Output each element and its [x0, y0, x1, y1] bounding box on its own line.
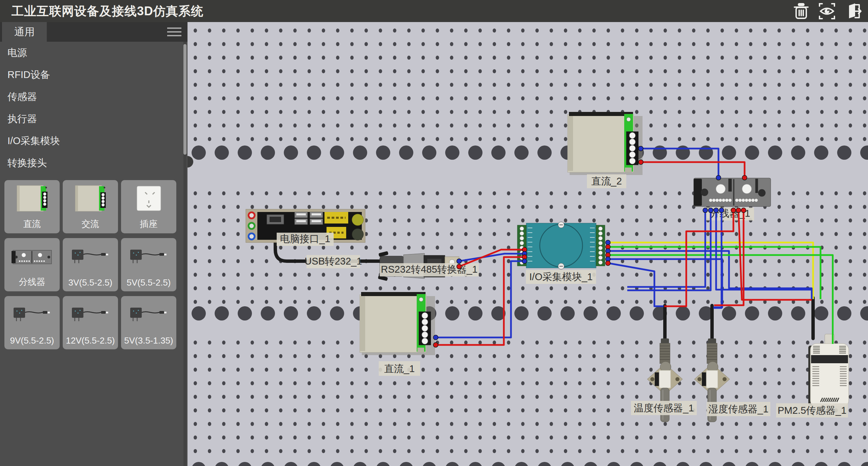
sidebar-scrollbar-thumb[interactable] — [183, 44, 186, 155]
device-dc2[interactable] — [568, 112, 643, 175]
device-splitter1[interactable] — [694, 178, 771, 207]
svg-text:直流_1: 直流_1 — [384, 363, 415, 374]
sidebar-item-2[interactable]: 传感器 — [0, 86, 183, 108]
palette-item-label: 9V(5.5-2.5) — [4, 335, 60, 346]
wiring-canvas[interactable]: 直流_2 直流_1 分线器_1 电脑接口_1 RS232转485转换器_1 US… — [188, 22, 868, 466]
sidebar-item-5[interactable]: 转换接头 — [0, 152, 183, 174]
exit-icon[interactable] — [844, 2, 862, 20]
palette-item-adapter-6[interactable]: 9V(5.5-2.5) — [4, 296, 60, 349]
svg-text:PM2.5传感器_1: PM2.5传感器_1 — [777, 405, 846, 416]
device-label: 直流_2 — [587, 174, 626, 188]
device-pm1[interactable] — [808, 334, 849, 407]
palette-item-adapter-5[interactable]: 5V(5.5-2.5) — [121, 238, 176, 291]
app-window: 工业互联网设备及接线3D仿真系统 — [0, 0, 868, 466]
device-label: 电脑接口_1 — [277, 233, 334, 246]
palette-item-label: 5V(3.5-1.35) — [121, 335, 176, 346]
tab-general[interactable]: 通用 — [2, 22, 47, 42]
palette-item-ac-1[interactable]: 交流 — [63, 180, 118, 233]
category-menu: 电源RFID设备传感器执行器I/O采集模块转换接头 — [0, 42, 183, 174]
title-bar-actions — [792, 2, 862, 20]
sidebar-item-4[interactable]: I/O采集模块 — [0, 130, 183, 152]
palette-item-splitter-3[interactable]: 分线器 — [4, 238, 60, 291]
palette-item-label: 插座 — [121, 218, 176, 230]
view-icon[interactable] — [818, 2, 836, 20]
svg-text:温度传感器_1: 温度传感器_1 — [634, 403, 694, 413]
menu-icon[interactable] — [167, 27, 181, 36]
palette-item-label: 交流 — [63, 218, 118, 230]
app-title: 工业互联网设备及接线3D仿真系统 — [12, 0, 203, 22]
sidebar-tab-bar: 通用 — [0, 22, 188, 42]
sidebar-item-0[interactable]: 电源 — [0, 42, 183, 64]
palette-item-adapter-4[interactable]: 3V(5.5-2.5) — [63, 238, 118, 291]
sidebar: 通用 电源RFID设备传感器执行器I/O采集模块转换接头 直流 交流 插座 — [0, 22, 188, 466]
device-label: PM2.5传感器_1 — [776, 403, 848, 418]
device-label: 直流_1 — [379, 361, 420, 376]
palette-item-dc-0[interactable]: 直流 — [4, 180, 60, 233]
trash-icon[interactable] — [792, 2, 810, 20]
sidebar-item-3[interactable]: 执行器 — [0, 108, 183, 130]
svg-text:USB转232_1: USB转232_1 — [304, 256, 362, 267]
svg-text:直流_2: 直流_2 — [591, 176, 622, 187]
svg-text:湿度传感器_1: 湿度传感器_1 — [708, 404, 768, 414]
palette-item-label: 分线器 — [4, 276, 60, 288]
palette-item-adapter-7[interactable]: 12V(5.5-2.5) — [63, 296, 118, 349]
device-io1[interactable] — [517, 222, 605, 269]
title-bar: 工业互联网设备及接线3D仿真系统 — [0, 0, 868, 22]
device-dc1[interactable] — [360, 292, 435, 355]
device-label: USB转232_1 — [304, 255, 362, 268]
device-label: I/O采集模块_1 — [526, 270, 596, 284]
palette-item-label: 5V(5.5-2.5) — [121, 277, 176, 288]
svg-text:I/O采集模块_1: I/O采集模块_1 — [529, 271, 593, 282]
palette-item-adapter-8[interactable]: 5V(3.5-1.35) — [121, 296, 176, 349]
device-label: 温度传感器_1 — [631, 401, 697, 415]
sidebar-item-1[interactable]: RFID设备 — [0, 64, 183, 86]
palette-item-socket-2[interactable]: 插座 — [121, 180, 176, 233]
palette-item-label: 3V(5.5-2.5) — [63, 277, 118, 288]
svg-text:电脑接口_1: 电脑接口_1 — [280, 233, 330, 244]
palette-item-label: 12V(5.5-2.5) — [63, 335, 118, 346]
device-label: 湿度传感器_1 — [707, 402, 770, 416]
sidebar-collapse-handle[interactable] — [188, 156, 193, 168]
palette-item-label: 直流 — [4, 218, 60, 230]
